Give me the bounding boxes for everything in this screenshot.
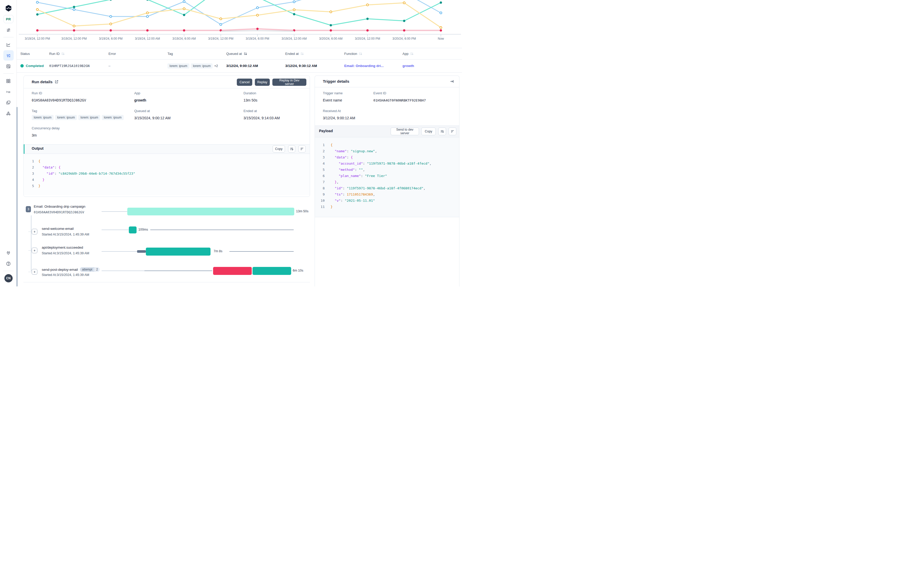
output-copy-button[interactable]: Copy	[273, 145, 285, 152]
tags-more[interactable]: +2	[214, 64, 218, 68]
tag-chip: lorem: ipsum	[102, 115, 124, 120]
sort-icon[interactable]	[410, 52, 414, 56]
amber-series-point	[183, 8, 185, 10]
sort-icon[interactable]	[243, 52, 247, 56]
timeline-red-bar[interactable]	[213, 267, 252, 275]
run-id-value: 01HS0AA03V04D91RTDQ3J862GV	[32, 98, 86, 102]
tag-chip: lorem: ipsum	[55, 115, 77, 120]
payload-copy-button[interactable]: Copy	[421, 128, 436, 135]
column-header-queued-at[interactable]: Queued at	[226, 52, 285, 56]
mint-series-point	[183, 14, 185, 16]
rose-series-line	[38, 29, 441, 30]
mint-series-point	[110, 0, 112, 1]
sky-series-point	[256, 7, 258, 9]
timeline-teal-bar[interactable]	[146, 247, 210, 255]
user-avatar[interactable]: CN	[3, 273, 14, 283]
timeline-guide-line	[102, 271, 144, 271]
mint-series-point	[293, 13, 295, 16]
timeline-tree-stub	[28, 272, 32, 272]
collapse-panel-icon[interactable]	[450, 79, 454, 83]
sidebar-item-sliders[interactable]	[3, 25, 14, 35]
sidebar: PR CN	[0, 0, 17, 286]
sidebar-item-apps[interactable]	[3, 76, 14, 86]
column-header-ended-at[interactable]: Ended at	[285, 52, 344, 56]
cancel-button[interactable]: Cancel	[237, 78, 252, 86]
sidebar-item-runs-list[interactable]	[3, 50, 14, 61]
expand-step-button[interactable]: +	[32, 269, 38, 275]
send-to-dev-server-button[interactable]: Send to dev server	[391, 128, 419, 135]
sort-icon[interactable]	[300, 52, 304, 56]
x-axis-tick-label: 3/19/24, 12:00 AM	[135, 37, 160, 41]
metrics-chart-icon	[6, 42, 11, 47]
amber-series-point	[330, 11, 332, 13]
code-line-number: 6	[318, 173, 325, 179]
column-header-label: App	[402, 52, 409, 56]
column-header-label: Run ID	[49, 52, 60, 56]
payload-wrap-text-button[interactable]	[438, 128, 446, 135]
function-link[interactable]: Email: Onboarding dri...	[344, 64, 402, 68]
amber-series-point	[366, 4, 368, 6]
sidebar-item-plug[interactable]	[3, 247, 14, 258]
timeline-step-started-at: Started At:3/15/2024, 1:45:39 AM	[42, 252, 89, 255]
app-link[interactable]: growth	[402, 64, 462, 68]
external-link-icon[interactable]	[55, 80, 58, 84]
sidebar-item-metrics-chart[interactable]	[3, 39, 14, 50]
sort-icon[interactable]	[61, 52, 65, 56]
sky-series-point	[440, 12, 442, 14]
code-line: {	[330, 142, 333, 148]
sidebar-item-windows[interactable]	[3, 97, 14, 108]
rose-series-point	[110, 30, 112, 32]
code-line: "account_id": "119f5971-9878-46bd-a18f-4…	[330, 161, 431, 167]
expand-step-button[interactable]: +	[32, 229, 38, 235]
column-header-app[interactable]: App	[402, 52, 462, 56]
payload-format-button[interactable]	[449, 128, 456, 135]
run-table-row[interactable]: Completed 01HRPT19RJSA1019B2GN – lorem: …	[17, 59, 462, 72]
replay-button[interactable]: Replay	[255, 78, 270, 86]
column-header-run-id[interactable]: Run ID	[49, 52, 108, 56]
expand-step-button[interactable]: +	[32, 247, 38, 253]
payload-title: Payload	[319, 129, 333, 133]
sidebar-item-help[interactable]	[3, 258, 14, 269]
trigger-name-value: Event name	[323, 98, 342, 102]
status-dot-icon	[20, 64, 24, 67]
plug-icon	[6, 250, 11, 255]
replay-dev-server-button[interactable]: Replay in Dev server	[273, 78, 306, 86]
output-format-button[interactable]	[298, 145, 305, 152]
environment-badge[interactable]: PR	[3, 14, 14, 24]
code-line: "name": "signup.new",	[330, 148, 377, 154]
tag-chip: lorem: ipsum	[168, 63, 189, 69]
x-axis-tick-label: 3/20/24, 12:00 PM	[355, 37, 380, 41]
mint-series-point	[330, 24, 332, 27]
app-logo[interactable]	[3, 3, 14, 13]
timeline-teal-bar[interactable]	[252, 267, 291, 275]
error-cell: –	[108, 64, 168, 68]
ended-at-value: 3/15/2024, 9:14:03 AM	[243, 116, 280, 120]
sidebar-item-webhook[interactable]	[3, 108, 14, 119]
vertical-scrollbar[interactable]	[17, 107, 17, 286]
x-axis-tick-label: 3/19/24, 6:00 PM	[99, 37, 122, 41]
sort-icon[interactable]	[359, 52, 363, 56]
sidebar-item-doc-search[interactable]	[3, 61, 14, 71]
sidebar-item-terminal[interactable]	[3, 86, 14, 97]
ended-at-cell: 3/12/24, 9:30:12 AM	[285, 64, 344, 68]
column-header-function[interactable]: Function	[344, 52, 402, 56]
column-header-tag: Tag	[168, 52, 226, 56]
code-line-number: 1	[27, 158, 34, 164]
column-header-status: Status	[20, 52, 49, 56]
code-line: "ts": 1711051784369,	[330, 191, 375, 197]
timeline-duration-label: 7m 8s	[214, 249, 222, 253]
x-axis-tick-label: 3/20/24, 6:00 AM	[319, 37, 343, 41]
column-header-label: Queued at	[226, 52, 242, 56]
app-value-link[interactable]: growth	[134, 98, 146, 102]
timeline-mint-bar[interactable]	[127, 208, 294, 215]
timeline-teal-bar[interactable]	[129, 227, 136, 233]
run-id-cell: 01HRPT19RJSA1019B2GN	[49, 64, 108, 68]
duration-value: 13m 50s	[243, 98, 257, 102]
code-line: }	[330, 204, 333, 210]
code-line-number: 5	[318, 167, 325, 173]
output-wrap-text-button[interactable]	[288, 145, 295, 152]
sky-series-point	[73, 8, 75, 11]
windows-icon	[6, 100, 11, 105]
rose-series-point	[256, 28, 259, 30]
timeline-slate-bar[interactable]	[137, 250, 146, 253]
